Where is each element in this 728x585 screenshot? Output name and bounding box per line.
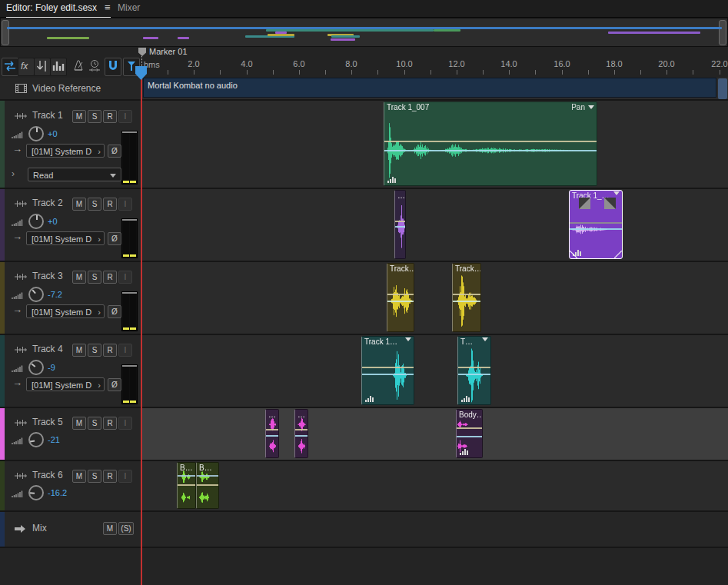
input-monitor-button[interactable]: I	[118, 470, 132, 483]
razor-tool[interactable]	[34, 58, 51, 76]
solo-button[interactable]: S	[88, 110, 101, 123]
volume-knob[interactable]	[28, 126, 44, 141]
audio-clip[interactable]: Track…	[387, 263, 414, 332]
audio-clip[interactable]: …	[294, 409, 308, 458]
chevron-down-icon[interactable]	[588, 105, 594, 109]
solo-button[interactable]: S	[88, 271, 101, 284]
volume-knob[interactable]	[28, 214, 44, 229]
time-stretch[interactable]	[87, 58, 102, 75]
envelope-line[interactable]	[387, 301, 414, 302]
tab-mixer[interactable]: Mixer	[118, 0, 140, 17]
input-monitor-button[interactable]: I	[118, 110, 132, 123]
audio-clip[interactable]: …	[394, 190, 406, 259]
move-tool[interactable]	[2, 58, 18, 76]
input-monitor-button[interactable]: I	[118, 344, 132, 357]
volume-value[interactable]: +0	[48, 129, 58, 138]
envelope-line[interactable]	[266, 429, 278, 430]
clip-header[interactable]: …	[295, 410, 307, 420]
expand-chevron-icon[interactable]: ›	[12, 168, 15, 179]
mix-lane[interactable]	[141, 512, 728, 547]
track5-lane[interactable]: ……Body…	[141, 408, 728, 460]
envelope-line[interactable]	[362, 367, 414, 368]
vertical-scrollbar-thumb[interactable]	[718, 78, 727, 99]
panel-menu-icon[interactable]: ≡	[105, 2, 111, 13]
mute-button[interactable]: M	[72, 417, 86, 430]
clip-header[interactable]: Track 1_007Pan	[384, 102, 597, 112]
video-track-name[interactable]: Video Reference	[32, 83, 101, 94]
track-name[interactable]: Track 6	[32, 470, 63, 480]
video-lane[interactable]: Mortal Kombat no audio	[141, 78, 728, 99]
fade-in-handle[interactable]	[579, 198, 590, 209]
track-name[interactable]: Track 5	[32, 417, 63, 427]
audio-clip[interactable]: T…	[457, 336, 491, 405]
chevron-down-icon[interactable]	[613, 191, 620, 195]
meters-icon[interactable]	[50, 58, 67, 76]
clip-header[interactable]: B…	[178, 463, 195, 473]
clip-header[interactable]: …	[266, 410, 278, 420]
volume-value[interactable]: -21	[48, 435, 60, 444]
record-arm-button[interactable]: R	[103, 110, 117, 123]
solo-button[interactable]: S	[88, 198, 101, 211]
clip-header[interactable]: B…	[197, 463, 218, 473]
audio-clip[interactable]: Track 1_…	[569, 190, 623, 259]
phase-invert-button[interactable]: Ø	[108, 145, 121, 158]
timeline-overview[interactable]	[0, 18, 728, 47]
envelope-line[interactable]	[458, 374, 490, 375]
envelope-line[interactable]	[458, 367, 490, 368]
envelope-line[interactable]	[570, 228, 622, 230]
audio-clip[interactable]: B…	[177, 462, 196, 509]
snap-magnet[interactable]	[105, 58, 121, 76]
track-name[interactable]: Track 2	[32, 198, 63, 208]
track-color-strip[interactable]	[0, 512, 5, 547]
track3-lane[interactable]: Track…Track…	[141, 262, 728, 334]
output-select[interactable]: [01M] System D›	[26, 377, 105, 391]
track-color-strip[interactable]	[0, 262, 5, 334]
volume-value[interactable]: +0	[48, 217, 58, 226]
track1-lane[interactable]: Track 1_007Pan	[141, 101, 728, 188]
volume-knob[interactable]	[28, 287, 44, 302]
track-color-strip[interactable]	[0, 461, 5, 510]
audio-clip[interactable]: Track 1…	[361, 336, 414, 405]
input-monitor-button[interactable]: I	[118, 198, 132, 211]
solo-button[interactable]: S	[88, 470, 101, 483]
overview-right-handle[interactable]	[719, 20, 726, 45]
mute-button[interactable]: M	[72, 271, 86, 284]
envelope-line[interactable]	[197, 484, 218, 486]
envelope-line[interactable]	[384, 150, 597, 151]
output-select[interactable]: [01M] System D›	[26, 144, 105, 158]
envelope-line[interactable]	[197, 475, 218, 477]
audio-clip[interactable]: B…	[196, 462, 219, 509]
input-monitor-button[interactable]: I	[118, 417, 132, 430]
solo-button[interactable]: S	[88, 417, 101, 430]
envelope-line[interactable]	[395, 226, 405, 228]
mute-button[interactable]: M	[103, 522, 117, 535]
volume-value[interactable]: -16.2	[48, 488, 67, 497]
track6-lane[interactable]: B…B…	[141, 461, 728, 510]
mute-button[interactable]: M	[72, 470, 86, 483]
clip-header[interactable]: Track…	[453, 264, 480, 274]
metronome[interactable]	[71, 58, 86, 75]
envelope-line[interactable]	[457, 427, 482, 429]
effects-tool[interactable]: fx	[18, 58, 35, 76]
track-name[interactable]: Track 4	[32, 344, 63, 354]
envelope-line[interactable]	[395, 221, 405, 222]
phase-invert-button[interactable]: Ø	[108, 232, 121, 245]
audio-clip[interactable]: …	[265, 409, 279, 458]
clip-header[interactable]: Track 1…	[362, 337, 414, 347]
tab-editor[interactable]: Editor: Foley edit.sesx≡	[6, 0, 111, 18]
audio-clip[interactable]: Track…	[452, 263, 481, 332]
timeline-ruler[interactable]: hms 2.04.06.08.010.012.014.016.018.020.0…	[141, 47, 728, 77]
envelope-line[interactable]	[178, 475, 195, 477]
volume-value[interactable]: -9	[48, 363, 55, 372]
video-clip[interactable]: Mortal Kombat no audio	[143, 78, 716, 98]
record-arm-button[interactable]: R	[103, 271, 117, 284]
audio-clip[interactable]: Track 1_007Pan	[384, 101, 597, 186]
chevron-down-icon[interactable]	[405, 337, 411, 341]
phase-invert-button[interactable]: Ø	[108, 305, 121, 318]
envelope-line[interactable]	[362, 374, 414, 375]
output-select[interactable]: [01M] System D›	[26, 304, 105, 318]
chevron-down-icon[interactable]	[482, 337, 488, 341]
envelope-line[interactable]	[178, 484, 195, 486]
track-name[interactable]: Track 1	[32, 110, 63, 121]
envelope-line[interactable]	[387, 294, 414, 295]
